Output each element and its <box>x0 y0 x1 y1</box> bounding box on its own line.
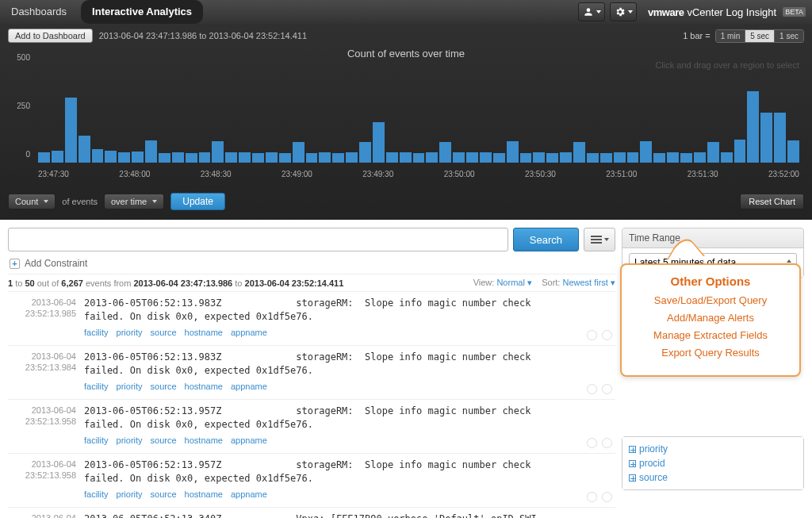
chart-bar[interactable] <box>787 140 799 163</box>
chart-bar[interactable] <box>359 142 371 163</box>
event-tag-facility[interactable]: facility <box>84 436 109 445</box>
tab-interactive-analytics[interactable]: Interactive Analytics <box>81 0 203 24</box>
chart-bar[interactable] <box>560 152 572 163</box>
chart-bar[interactable] <box>721 152 733 163</box>
search-button[interactable]: Search <box>513 228 579 251</box>
over-time-dropdown[interactable]: over time <box>104 194 164 209</box>
chart-bar[interactable] <box>453 152 465 163</box>
chart-bar[interactable] <box>65 98 77 163</box>
chart-bar[interactable] <box>614 152 626 163</box>
tab-dashboards[interactable]: Dashboards <box>0 0 78 24</box>
chart-bar[interactable] <box>707 142 719 163</box>
chart-bar[interactable] <box>480 152 492 163</box>
search-input[interactable] <box>8 228 508 251</box>
chart-bar[interactable] <box>92 149 104 163</box>
event-row[interactable]: 2013-06-0423:52:13.9842013-06-05T06:52:1… <box>8 346 615 400</box>
chart-bar[interactable] <box>132 152 144 163</box>
event-tag-source[interactable]: source <box>151 489 177 499</box>
chart-bar[interactable] <box>38 152 50 163</box>
bar-opt-1sec[interactable]: 1 sec <box>775 30 803 42</box>
chart-bar[interactable] <box>400 152 412 163</box>
add-to-dashboard-button[interactable]: Add to Dashboard <box>8 29 93 43</box>
event-tag-appname[interactable]: appname <box>231 489 267 499</box>
chart-bar[interactable] <box>694 152 706 163</box>
clock-icon[interactable] <box>587 384 597 394</box>
chart-bar[interactable] <box>212 141 224 163</box>
chart-bar[interactable] <box>225 152 237 163</box>
other-options-menu-button[interactable] <box>584 228 615 251</box>
chart-bar[interactable] <box>306 153 318 163</box>
gear-menu-button[interactable] <box>610 2 637 21</box>
chart-bar[interactable] <box>199 152 211 163</box>
chart-bar[interactable] <box>186 153 197 163</box>
chart-bar[interactable] <box>79 136 90 163</box>
event-tag-hostname[interactable]: hostname <box>185 436 223 445</box>
chart-bar[interactable] <box>507 141 519 163</box>
add-constraint-button[interactable]: + Add Constraint <box>10 258 615 269</box>
chart-bar[interactable] <box>159 153 170 163</box>
chart-bar[interactable] <box>533 152 545 163</box>
chart-bar[interactable] <box>600 153 612 163</box>
chart-bar[interactable] <box>319 152 331 163</box>
event-tag-facility[interactable]: facility <box>84 328 109 337</box>
chart-bar[interactable] <box>145 140 157 163</box>
bar-opt-1min[interactable]: 1 min <box>716 30 745 42</box>
event-tag-source[interactable]: source <box>151 382 177 391</box>
events-over-time-chart[interactable]: 0250500 23:47:3023:48:0023:48:3023:49:00… <box>8 66 804 185</box>
chart-bar[interactable] <box>426 152 438 163</box>
chart-bar[interactable] <box>332 153 344 163</box>
event-row[interactable]: 2013-06-0423:52:13.3412013-06-05T06:52:1… <box>8 508 615 518</box>
sort-order-dropdown[interactable]: Newest first ▾ <box>562 278 615 287</box>
chart-bar[interactable] <box>172 152 184 163</box>
event-tag-facility[interactable]: facility <box>84 489 109 499</box>
user-menu-button[interactable] <box>578 2 605 21</box>
chart-bar[interactable] <box>239 152 251 163</box>
chart-bar[interactable] <box>105 151 117 163</box>
field-item-priority[interactable]: priority <box>629 442 797 456</box>
event-row[interactable]: 2013-06-0423:52:13.9582013-06-05T06:52:1… <box>8 454 615 508</box>
chart-bar[interactable] <box>293 142 304 163</box>
chart-bar[interactable] <box>266 152 278 163</box>
aggregate-count-dropdown[interactable]: Count <box>8 194 56 209</box>
event-tag-hostname[interactable]: hostname <box>185 382 223 391</box>
chart-bar[interactable] <box>680 153 692 163</box>
event-tag-hostname[interactable]: hostname <box>185 328 223 337</box>
event-tag-appname[interactable]: appname <box>231 382 267 391</box>
event-tag-source[interactable]: source <box>151 328 177 337</box>
chart-bar[interactable] <box>747 91 759 163</box>
event-tag-priority[interactable]: priority <box>117 382 143 391</box>
chart-bar[interactable] <box>373 122 385 163</box>
event-tag-facility[interactable]: facility <box>84 382 109 391</box>
chart-bar[interactable] <box>346 152 358 163</box>
chart-bar[interactable] <box>520 153 532 163</box>
clock-icon[interactable] <box>587 438 597 448</box>
chart-bar[interactable] <box>439 142 451 163</box>
chart-bar[interactable] <box>640 141 652 163</box>
info-icon[interactable] <box>602 330 612 340</box>
event-tag-priority[interactable]: priority <box>117 436 143 445</box>
view-mode-dropdown[interactable]: Normal ▾ <box>496 278 532 287</box>
chart-bar[interactable] <box>118 152 130 163</box>
chart-bar[interactable] <box>587 153 599 163</box>
chart-bar[interactable] <box>466 152 478 163</box>
chart-bar[interactable] <box>386 152 398 163</box>
event-tag-hostname[interactable]: hostname <box>185 489 223 499</box>
chart-bar[interactable] <box>760 113 772 163</box>
chart-bar[interactable] <box>573 142 585 163</box>
chart-bar[interactable] <box>653 153 665 163</box>
chart-bar[interactable] <box>279 153 291 163</box>
info-icon[interactable] <box>602 384 612 394</box>
field-item-procid[interactable]: procid <box>629 456 797 470</box>
event-tag-priority[interactable]: priority <box>117 489 143 499</box>
chart-bar[interactable] <box>493 153 505 163</box>
event-tag-appname[interactable]: appname <box>231 436 267 445</box>
chart-bar[interactable] <box>627 152 639 163</box>
chart-bar[interactable] <box>734 140 746 163</box>
chart-bar[interactable] <box>667 152 679 163</box>
field-item-source[interactable]: source <box>629 470 797 485</box>
info-icon[interactable] <box>602 492 612 502</box>
clock-icon[interactable] <box>587 330 597 340</box>
update-button[interactable]: Update <box>170 193 225 210</box>
event-tag-appname[interactable]: appname <box>231 328 267 337</box>
event-row[interactable]: 2013-06-0423:52:13.9582013-06-05T06:52:1… <box>8 400 615 454</box>
